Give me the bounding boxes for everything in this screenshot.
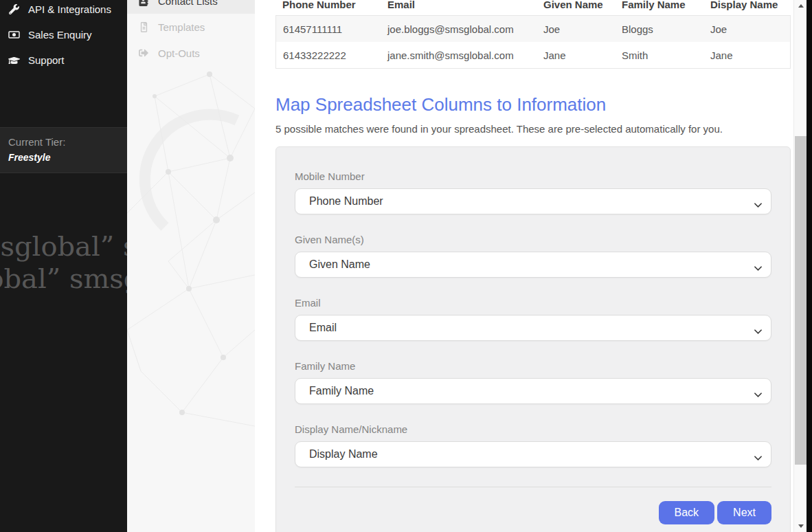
secondary-nav: Contact Lists Templates Opt-Outs [127, 0, 255, 66]
next-button[interactable]: Next [717, 501, 771, 524]
field-given-name: Given Name(s) Given Name [295, 234, 771, 278]
scroll-up-button[interactable] [794, 0, 807, 12]
sidebar-item-label: API & Integrations [28, 3, 111, 15]
table-cell: jane.smith@smsglobal.com [381, 49, 537, 61]
field-label: Family Name [295, 360, 771, 372]
sidebar-item-contact-lists[interactable]: Contact Lists [127, 0, 255, 14]
sidebar-item-support[interactable]: Support [0, 47, 127, 73]
primary-nav: API & Integrations Sales Enquiry Support [0, 0, 127, 73]
page-subtitle: 5 possible matches were found in your sp… [275, 123, 793, 135]
field-display-name: Display Name/Nickname Display Name [295, 423, 771, 467]
current-tier-label: Current Tier: [8, 136, 119, 148]
column-header-display-name: Display Name [703, 0, 791, 15]
scroll-down-icon [798, 524, 804, 528]
display-name-select[interactable]: Display Name [295, 441, 771, 467]
table-cell: Joe [703, 23, 790, 35]
page-title: Map Spreadsheet Columns to Information [275, 94, 793, 115]
given-name-select[interactable]: Given Name [295, 252, 771, 278]
email-select[interactable]: Email [295, 315, 771, 341]
secondary-sidebar: Contact Lists Templates Opt-Outs [127, 0, 255, 532]
contacts-preview-table: Phone Number Email Given Name Family Nam… [275, 0, 791, 69]
sidebar-item-label: Opt-Outs [158, 47, 200, 59]
brand-watermark-line: smsglobal” smsglobal” [0, 230, 127, 263]
chevron-down-icon [754, 199, 762, 211]
table-body: 61457111111 joe.bloggs@smsglobal.com Joe… [275, 15, 791, 69]
vertical-scrollbar[interactable] [793, 0, 807, 532]
card-footer: Back Next [295, 501, 771, 524]
mobile-number-select[interactable]: Phone Number [295, 188, 771, 214]
sidebar-item-opt-outs[interactable]: Opt-Outs [127, 40, 255, 66]
graduation-cap-icon [7, 56, 21, 65]
sidebar-item-label: Templates [158, 21, 205, 33]
sidebar-item-api-integrations[interactable]: API & Integrations [0, 0, 127, 22]
brand-watermark-line: smsglobal” smsglobal” sms [0, 263, 127, 295]
selected-value: Email [309, 322, 337, 334]
sidebar-item-templates[interactable]: Templates [127, 14, 255, 40]
field-family-name: Family Name Family Name [295, 360, 771, 404]
mapping-card: Mobile Number Phone Number Given Name(s)… [275, 146, 791, 532]
table-cell: 61457111111 [276, 23, 381, 35]
current-tier-value: Freestyle [8, 152, 119, 163]
table-cell: joe.bloggs@smsglobal.com [381, 23, 537, 35]
table-header-row: Phone Number Email Given Name Family Nam… [275, 0, 791, 15]
brand-watermark: smsglobal” smsglobal” smsglobal” smsglob… [0, 230, 127, 295]
current-tier-panel: Current Tier: Freestyle [0, 127, 127, 173]
sidebar-item-label: Sales Enquiry [28, 29, 92, 41]
money-icon [7, 30, 21, 40]
scrollbar-thumb[interactable] [795, 136, 807, 465]
page: API & Integrations Sales Enquiry Support… [0, 0, 812, 532]
sidebar-item-label: Contact Lists [158, 0, 218, 7]
chevron-down-icon [754, 262, 762, 274]
sidebar-item-label: Support [28, 54, 65, 66]
window-edge [807, 0, 812, 532]
wrench-icon [7, 4, 21, 14]
card-divider [295, 487, 771, 487]
polygon-pattern-decoration [127, 0, 255, 532]
selected-value: Display Name [309, 448, 378, 461]
column-header-email: Email [381, 0, 537, 15]
table-cell: Joe [537, 23, 615, 35]
file-icon [137, 22, 150, 32]
table-cell: Jane [703, 49, 790, 61]
field-label: Email [295, 297, 771, 309]
chevron-down-icon [754, 452, 762, 464]
column-header-phone-number: Phone Number [275, 0, 381, 15]
table-row: 61433222222 jane.smith@smsglobal.com Jan… [276, 42, 790, 68]
scroll-down-button[interactable] [794, 520, 807, 532]
field-email: Email Email [295, 297, 771, 341]
field-label: Given Name(s) [295, 234, 771, 245]
column-header-family-name: Family Name [615, 0, 703, 15]
scroll-up-icon [798, 4, 804, 8]
table-cell: Smith [615, 49, 703, 61]
field-label: Mobile Number [295, 170, 771, 182]
selected-value: Phone Number [309, 195, 383, 208]
column-header-given-name: Given Name [537, 0, 615, 15]
table-row: 61457111111 joe.bloggs@smsglobal.com Joe… [276, 16, 790, 42]
primary-sidebar: API & Integrations Sales Enquiry Support… [0, 0, 127, 532]
chevron-down-icon [754, 325, 762, 337]
table-cell: Bloggs [615, 23, 703, 35]
sign-out-icon [137, 48, 150, 58]
family-name-select[interactable]: Family Name [295, 378, 771, 404]
field-label: Display Name/Nickname [295, 423, 771, 435]
table-cell: Jane [537, 49, 615, 61]
selected-value: Family Name [309, 385, 374, 397]
chevron-down-icon [754, 388, 762, 401]
table-cell: 61433222222 [276, 49, 381, 61]
field-mobile-number: Mobile Number Phone Number [295, 170, 771, 214]
address-book-icon [137, 0, 150, 6]
selected-value: Given Name [309, 258, 370, 271]
back-button[interactable]: Back [659, 501, 715, 524]
sidebar-item-sales-enquiry[interactable]: Sales Enquiry [0, 22, 127, 47]
main-content: Phone Number Email Given Name Family Nam… [255, 0, 793, 532]
